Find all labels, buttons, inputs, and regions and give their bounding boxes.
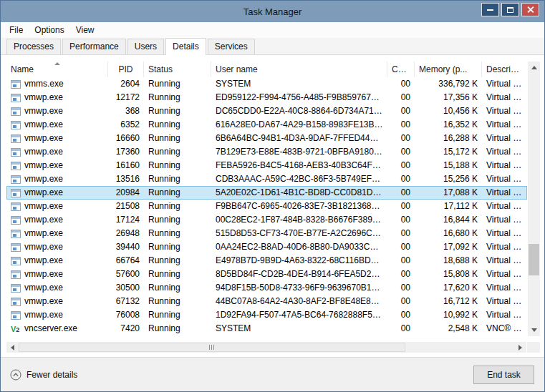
process-name: vmwp.exe: [24, 227, 63, 240]
process-name: vmwp.exe: [24, 308, 63, 322]
scroll-right-button[interactable]: [514, 342, 526, 353]
process-user-name: 1D92FA94-F507-47A5-BC64-7682888F52C6: [211, 308, 387, 322]
table-row[interactable]: vmwp.exe67132Running44BC07A8-64A2-4A30-8…: [6, 295, 527, 308]
table-row[interactable]: vmwp.exe17360Running7B129E73-E88E-483B-9…: [6, 145, 527, 159]
process-status: Running: [144, 77, 211, 91]
process-cpu: 00: [387, 132, 415, 145]
table-row[interactable]: vmwp.exe368RunningDC65CDD0-E22A-40C8-886…: [6, 104, 527, 118]
titlebar[interactable]: Task Manager: [1, 1, 544, 22]
tab-users[interactable]: Users: [127, 39, 164, 54]
process-status: Running: [144, 132, 211, 145]
app-window-icon: [11, 202, 21, 211]
table-row[interactable]: vmwp.exe13516RunningCDB3AAAC-A59C-42BC-8…: [6, 172, 527, 186]
table-row[interactable]: vmms.exe2604RunningSYSTEM00336,792 KVirt…: [6, 77, 527, 91]
horizontal-scrollbar-thumb[interactable]: [19, 343, 405, 352]
table-row[interactable]: vmwp.exe20984Running5A20E02C-1D61-4B1C-B…: [6, 186, 527, 200]
table-row[interactable]: vmwp.exe39440Running0AA24EC2-B8AD-40D6-8…: [6, 240, 527, 254]
tab-services[interactable]: Services: [208, 39, 255, 54]
column-header-descriptio[interactable]: Descriptio...: [482, 62, 527, 77]
process-name-cell: vmwp.exe: [6, 145, 108, 159]
process-memory: 16,288 K: [415, 132, 482, 145]
horizontal-scrollbar[interactable]: [6, 342, 526, 353]
app-window-icon: [11, 134, 21, 143]
table-row[interactable]: vmwp.exe26948Running515D8D53-CF73-470E-B…: [6, 227, 527, 240]
process-pid: 7420: [108, 322, 144, 335]
column-header-memory-p[interactable]: Memory (p...: [415, 62, 482, 77]
fewer-details-toggle[interactable]: Fewer details: [10, 369, 77, 381]
menu-item-file[interactable]: File: [4, 24, 29, 36]
process-name-cell: vmms.exe: [6, 77, 108, 91]
vertical-scrollbar-thumb[interactable]: [529, 244, 539, 275]
column-header-pid[interactable]: PID: [108, 62, 144, 77]
vertical-scrollbar-track[interactable]: [528, 74, 540, 324]
process-name: vmwp.exe: [24, 295, 63, 308]
vertical-scrollbar[interactable]: [528, 62, 540, 336]
scroll-up-button[interactable]: [528, 62, 540, 74]
process-cpu: 00: [387, 172, 415, 186]
sort-ascending-icon: [54, 62, 60, 65]
process-cpu: 00: [387, 104, 415, 118]
process-name: vmwp.exe: [24, 91, 63, 104]
maximize-icon: [507, 7, 513, 13]
table-row[interactable]: vmwp.exe16660Running6B6A64BC-94B1-4D3A-9…: [6, 132, 527, 145]
end-task-button[interactable]: End task: [473, 366, 534, 384]
app-window-icon: [11, 298, 21, 306]
app-window-icon: [11, 148, 21, 157]
table-row[interactable]: vmwp.exe66764RunningE4978B7D-9B9D-4A63-8…: [6, 254, 527, 268]
column-header-status[interactable]: Status: [144, 62, 211, 77]
table-row[interactable]: vmwp.exe16160RunningFEBA5926-B4C5-4168-A…: [6, 159, 527, 172]
process-user-name: 7B129E73-E88E-483B-9721-0BFBA91804D6: [211, 145, 387, 159]
table-row[interactable]: vmwp.exe17124Running00C28EC2-1F87-484B-8…: [6, 213, 527, 227]
process-user-name: 515D8D53-CF73-470E-B77E-A2C2696C7928: [211, 227, 387, 240]
table-row[interactable]: vmwp.exe12172RunningED959122-F994-4756-A…: [6, 91, 527, 104]
process-description: Virtual Ma...: [482, 281, 527, 295]
table-row[interactable]: vmwp.exe21508RunningF9BB647C-6965-4026-8…: [6, 200, 527, 213]
column-header-user-name[interactable]: User name: [211, 62, 387, 77]
tab-processes[interactable]: Processes: [6, 39, 61, 54]
process-status: Running: [144, 322, 211, 335]
process-name: vncserver.exe: [24, 322, 77, 335]
process-status: Running: [144, 240, 211, 254]
table-row[interactable]: vmwp.exe30500Running94D8F15B-50D8-4733-9…: [6, 281, 527, 295]
app-window-icon: [11, 311, 21, 320]
tab-details[interactable]: Details: [165, 38, 206, 55]
menu-item-view[interactable]: View: [70, 24, 100, 36]
process-status: Running: [144, 213, 211, 227]
process-description: Virtual Ma...: [482, 268, 527, 281]
process-user-name: F9BB647C-6965-4026-83E7-3B1821368740: [211, 200, 387, 213]
process-memory: 17,112 K: [415, 200, 482, 213]
tab-performance[interactable]: Performance: [62, 39, 126, 54]
table-row[interactable]: vncserver.exe7420RunningSYSTEM002,548 KV…: [6, 322, 527, 335]
table-row[interactable]: vmwp.exe76008Running1D92FA94-F507-47A5-B…: [6, 308, 527, 322]
app-window-icon: [11, 162, 21, 170]
process-pid: 2604: [108, 77, 144, 91]
scroll-left-button[interactable]: [6, 342, 19, 353]
process-memory: 17,088 K: [415, 186, 482, 200]
scrollbar-grip-icon: [209, 345, 214, 350]
process-cpu: 00: [387, 240, 415, 254]
column-header-label: PID: [118, 64, 132, 74]
process-description: Virtual Ma...: [482, 172, 527, 186]
table-row[interactable]: vmwp.exe57600Running8D5BD84F-CD2B-4DE4-B…: [6, 268, 527, 281]
process-user-name: 44BC07A8-64A2-4A30-8AF2-BF8E48E88B95: [211, 295, 387, 308]
close-button[interactable]: [521, 3, 539, 16]
process-pid: 16160: [108, 159, 144, 172]
process-name: vmwp.exe: [24, 281, 63, 295]
horizontal-scrollbar-track[interactable]: [19, 342, 514, 353]
column-header-cpu[interactable]: CPU: [387, 62, 415, 77]
menu-item-options[interactable]: Options: [29, 24, 69, 36]
details-list: NamePIDStatusUser nameCPUMemory (p...Des…: [6, 62, 540, 336]
maximize-button[interactable]: [501, 3, 519, 16]
process-cpu: 00: [387, 213, 415, 227]
column-header-name[interactable]: Name: [6, 62, 108, 77]
process-description: Virtual Ma...: [482, 186, 527, 200]
table-row[interactable]: vmwp.exe6352Running616A28E0-DA67-4A29-B1…: [6, 118, 527, 132]
process-description: Virtual Ma...: [482, 254, 527, 268]
process-name-cell: vmwp.exe: [6, 104, 108, 118]
minimize-button[interactable]: [481, 3, 499, 16]
column-header-label: Memory (p...: [419, 64, 467, 74]
process-name: vmwp.exe: [24, 240, 63, 254]
process-pid: 76008: [108, 308, 144, 322]
scroll-down-button[interactable]: [528, 324, 540, 336]
process-cpu: 00: [387, 227, 415, 240]
